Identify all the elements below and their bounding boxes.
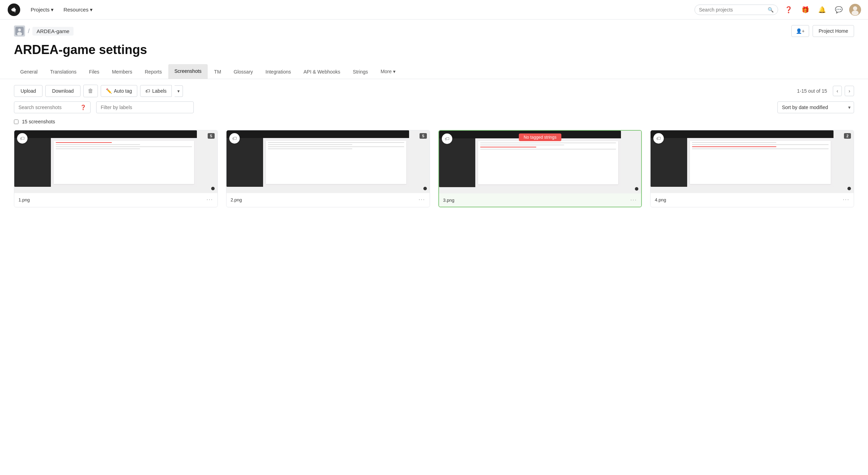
toolbar: Upload Download 🗑 ✏️ Auto tag 🏷 Labels ▾… — [0, 79, 868, 101]
sort-select[interactable]: Sort by date modified Sort by name Sort … — [777, 101, 854, 113]
help-icon: ❓ — [785, 6, 792, 14]
screenshot-card-2[interactable]: 🏷 5 2.png ··· — [226, 130, 430, 207]
messages-icon: 💬 — [835, 6, 843, 14]
search-screenshots-input[interactable] — [18, 105, 77, 110]
avatar[interactable] — [849, 4, 861, 16]
search-help-icon[interactable]: ❓ — [80, 105, 86, 110]
breadcrumb-bar: / ARDEA-game 👤+ Project Home — [0, 20, 868, 40]
tab-screenshots[interactable]: Screenshots — [168, 64, 208, 79]
project-avatar[interactable] — [14, 25, 25, 37]
notification-icon-button[interactable]: 🔔 — [816, 3, 828, 16]
tag-icon-3: 🏷 — [442, 133, 452, 144]
messages-icon-button[interactable]: 💬 — [832, 3, 845, 16]
page-title: ARDEA-game settings — [0, 40, 868, 64]
add-member-button[interactable]: 👤+ — [791, 25, 809, 37]
filename-3: 3.png — [443, 198, 455, 203]
screenshot-preview-2 — [226, 130, 409, 187]
delete-button[interactable]: 🗑 — [83, 85, 98, 97]
resources-nav-link[interactable]: Resources ▾ — [59, 5, 97, 15]
pagination-next-button[interactable]: › — [845, 86, 854, 96]
search-icon[interactable]: 🔍 — [768, 7, 774, 13]
notification-icon: 🔔 — [818, 6, 826, 14]
pagination-info: 1-15 out of 15 — [797, 88, 827, 94]
dot-1 — [211, 187, 215, 190]
screenshot-card-1[interactable]: 🏷 5 1.png ··· — [14, 130, 218, 207]
search-screenshots-container: ❓ — [14, 101, 91, 113]
add-member-icon: 👤+ — [796, 28, 805, 34]
tab-reports[interactable]: Reports — [138, 65, 168, 79]
screenshot-thumb-4: 🏷 2 — [651, 130, 854, 193]
tabs-bar: General Translations Files Members Repor… — [0, 64, 868, 79]
tab-tm[interactable]: TM — [208, 65, 227, 79]
logo[interactable] — [7, 3, 21, 17]
upload-button[interactable]: Upload — [14, 85, 43, 97]
screenshots-grid: 🏷 5 1.png ··· — [0, 130, 868, 221]
tab-general[interactable]: General — [14, 65, 44, 79]
tab-translations[interactable]: Translations — [44, 65, 83, 79]
topnav-links: Projects ▾ Resources ▾ — [26, 5, 694, 15]
tag-icon-2: 🏷 — [229, 133, 240, 144]
breadcrumb-project-name[interactable]: ARDEA-game — [32, 27, 74, 36]
help-icon-button[interactable]: ❓ — [782, 3, 795, 16]
dot-2 — [423, 187, 427, 190]
screenshot-menu-2[interactable]: ··· — [418, 197, 425, 203]
screenshot-footer-3: 3.png ··· — [439, 193, 642, 207]
tab-members[interactable]: Members — [106, 65, 138, 79]
badge-4: 2 — [844, 133, 851, 139]
auto-tag-button[interactable]: ✏️ Auto tag — [101, 85, 137, 97]
chevron-left-icon: ‹ — [837, 88, 838, 94]
tab-files[interactable]: Files — [83, 65, 106, 79]
autotag-icon: ✏️ — [106, 88, 112, 94]
svg-point-3 — [852, 10, 859, 15]
screenshot-footer-2: 2.png ··· — [226, 193, 430, 206]
topnav: Projects ▾ Resources ▾ 🔍 ❓ 🎁 🔔 💬 — [0, 0, 868, 20]
filter-bar: ❓ Sort by date modified Sort by name Sor… — [0, 101, 868, 119]
labels-button[interactable]: 🏷 Labels — [140, 85, 172, 97]
projects-nav-link[interactable]: Projects ▾ — [26, 5, 58, 15]
gift-icon-button[interactable]: 🎁 — [799, 3, 812, 16]
screenshot-menu-4[interactable]: ··· — [843, 197, 850, 203]
filter-labels-input[interactable] — [101, 105, 189, 110]
select-all-checkbox[interactable] — [14, 120, 18, 124]
screenshot-card-4[interactable]: 🏷 2 4.png ··· — [650, 130, 854, 207]
svg-point-5 — [18, 29, 21, 31]
screenshot-footer-1: 1.png ··· — [14, 193, 217, 206]
tag-icon-1: 🏷 — [17, 133, 28, 144]
pagination-prev-button[interactable]: ‹ — [833, 86, 842, 96]
screenshot-thumb-3: 🏷 No tagged strings — [439, 131, 642, 193]
resources-chevron-icon: ▾ — [90, 7, 93, 13]
select-all-row: 15 screenshots — [0, 119, 868, 130]
tab-api-webhooks[interactable]: API & Webhooks — [297, 65, 347, 79]
dot-4 — [847, 187, 851, 190]
tab-more[interactable]: More ▾ — [374, 64, 402, 78]
labels-dropdown-button[interactable]: ▾ — [175, 85, 183, 97]
gift-icon: 🎁 — [801, 6, 809, 14]
topnav-right: 🔍 ❓ 🎁 🔔 💬 — [694, 3, 861, 16]
screenshots-count: 15 screenshots — [22, 119, 55, 124]
filename-4: 4.png — [655, 197, 666, 202]
projects-chevron-icon: ▾ — [51, 7, 54, 13]
trash-icon: 🗑 — [88, 88, 93, 94]
search-input[interactable] — [699, 7, 766, 13]
tab-glossary[interactable]: Glossary — [228, 65, 259, 79]
svg-point-2 — [853, 6, 857, 10]
no-tagged-banner: No tagged strings — [519, 133, 561, 141]
chevron-right-icon: › — [848, 88, 850, 94]
filename-1: 1.png — [18, 197, 30, 202]
search-bar: 🔍 — [694, 5, 778, 15]
screenshot-menu-3[interactable]: ··· — [630, 197, 637, 203]
tab-integrations[interactable]: Integrations — [259, 65, 297, 79]
download-button[interactable]: Download — [45, 85, 80, 97]
screenshot-preview-1 — [14, 130, 197, 187]
filter-labels-container — [96, 101, 194, 113]
screenshot-card-3[interactable]: 🏷 No tagged strings 3.png ··· — [438, 130, 642, 207]
more-chevron-icon: ▾ — [393, 69, 395, 74]
labels-arrow-icon: ▾ — [177, 89, 180, 94]
dot-3 — [635, 187, 638, 191]
tab-strings[interactable]: Strings — [347, 65, 375, 79]
project-home-button[interactable]: Project Home — [813, 25, 854, 37]
screenshot-thumb-2: 🏷 5 — [226, 130, 430, 193]
breadcrumb-separator: / — [28, 28, 30, 35]
breadcrumb: / ARDEA-game — [14, 25, 74, 37]
screenshot-menu-1[interactable]: ··· — [206, 197, 213, 203]
